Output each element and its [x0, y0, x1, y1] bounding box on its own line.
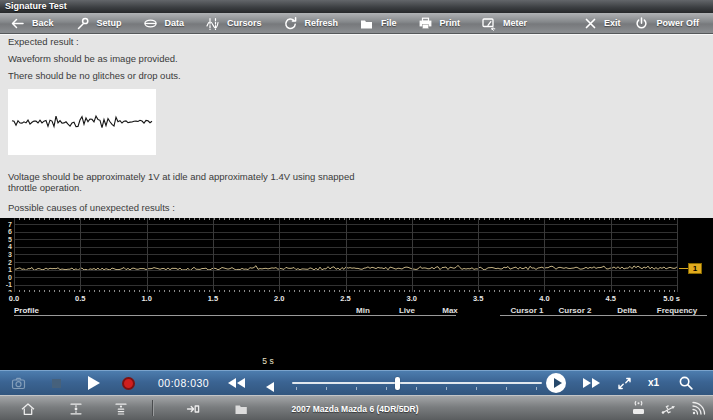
scope-y-tick-label: 6: [0, 228, 12, 235]
home-button[interactable]: [20, 401, 36, 420]
time-scale-bar: 0.00.51.01.52.02.53.03.54.04.55.0 s: [0, 292, 713, 305]
status-bar: 2007 Mazda Mazda 6 (4DR/5DR): [0, 395, 713, 420]
stop-button[interactable]: [52, 379, 61, 388]
slider-tick: [476, 387, 477, 390]
scope-y-tick-label: 2: [0, 259, 12, 266]
exit-button[interactable]: Exit: [584, 17, 621, 30]
step-back-triangle-icon: [266, 382, 274, 392]
back-button[interactable]: Back: [10, 16, 54, 31]
slider-tick: [416, 387, 417, 390]
channel-marker-line: [679, 268, 688, 269]
channel-marker[interactable]: 1: [688, 263, 702, 274]
playback-speed[interactable]: x1: [648, 377, 659, 388]
position-slider-track[interactable]: [292, 382, 542, 384]
ff-triangle-icon: [592, 378, 600, 388]
snapshot-camera-icon[interactable]: [10, 375, 27, 396]
refresh-icon: [283, 16, 298, 31]
scope-y-tick-label: 3: [0, 251, 12, 258]
back-label: Back: [32, 18, 54, 28]
rewind-triangle-icon: [237, 378, 245, 388]
header-underline-right: [500, 315, 707, 316]
cursors-button[interactable]: Cursors: [205, 16, 262, 31]
vehicle-identifier[interactable]: 2007 Mazda Mazda 6 (4DR/5DR): [255, 404, 455, 414]
cursors-label: Cursors: [227, 18, 262, 28]
connect-vehicle-button[interactable]: [185, 401, 201, 420]
time-tick-label: 4.5: [605, 294, 615, 303]
power-off-button[interactable]: Power Off: [634, 16, 699, 31]
print-button[interactable]: Print: [418, 16, 461, 31]
scope-gridline-vertical: [544, 218, 545, 292]
rewind-triangle-icon: [228, 378, 236, 388]
play-button[interactable]: [88, 376, 100, 390]
scope-y-tick-label: -1: [0, 281, 12, 288]
slider-tick: [296, 387, 297, 390]
dock-view-button[interactable]: [113, 401, 129, 420]
time-tick-label: 1.0: [141, 294, 151, 303]
scope-y-tick-label: 1: [0, 266, 12, 273]
profile-table: Profile 5 s MinLiveMaxCursor 1Cursor 2De…: [0, 305, 713, 370]
exit-label: Exit: [604, 18, 621, 28]
usb-connection-icon[interactable]: [660, 400, 677, 420]
step-back-button[interactable]: [266, 378, 274, 396]
scope-y-axis: 76543210-1-2: [0, 218, 13, 292]
expected-waveform-image: [8, 89, 156, 155]
profile-header: Profile: [14, 306, 39, 315]
refresh-button[interactable]: Refresh: [283, 16, 339, 31]
slider-tick: [386, 387, 387, 390]
scope-plot-area: [14, 218, 678, 292]
file-button[interactable]: File: [359, 16, 397, 31]
scope-gridline-vertical: [147, 218, 148, 292]
window-title-bar: Signature Test: [0, 0, 713, 13]
scope-y-tick-label: 4: [0, 243, 12, 250]
signature-test-screen: Signature Test Back Setup Data Cursors R…: [0, 0, 713, 420]
split-screen-button[interactable]: [68, 401, 84, 420]
back-arrow-icon: [10, 16, 25, 31]
scope-y-tick-label: 7: [0, 221, 12, 228]
scope-display[interactable]: 76543210-1-2 1: [0, 218, 713, 292]
data-folder-button[interactable]: [233, 401, 249, 420]
printer-icon: [418, 16, 433, 31]
close-icon: [584, 17, 597, 30]
record-button[interactable]: [122, 377, 135, 390]
fast-forward-button[interactable]: [583, 378, 600, 388]
page-title: Signature Test: [5, 1, 67, 11]
column-header-max: Max: [418, 306, 482, 315]
scope-gridline-vertical: [279, 218, 280, 292]
playback-time: 00:08:030: [158, 377, 209, 389]
expand-view-button[interactable]: [617, 376, 632, 395]
play-triangle-icon: [554, 378, 562, 388]
data-button[interactable]: Data: [143, 16, 185, 31]
time-tick-label: 5.0 s: [646, 294, 680, 303]
time-tick-label: 3.0: [407, 294, 417, 303]
scope-gridline-vertical: [14, 218, 15, 292]
voltage-note-line1: Voltage should be approximately 1V at id…: [8, 171, 354, 182]
meter-label: Meter: [503, 18, 527, 28]
wifi-signal-icon[interactable]: [690, 399, 707, 420]
resume-play-button[interactable]: [546, 373, 566, 393]
slider-tick: [536, 387, 537, 390]
scope-y-tick-label: 0: [0, 274, 12, 281]
data-label: Data: [165, 18, 185, 28]
header-underline-left: [14, 315, 456, 316]
column-header-frequency: Frequency: [645, 306, 709, 315]
slider-tick: [446, 387, 447, 390]
time-tick-label: 0.5: [75, 294, 85, 303]
position-slider-thumb[interactable]: [395, 377, 400, 390]
meter-button[interactable]: Meter: [481, 16, 527, 31]
time-tick-label: 2.5: [340, 294, 350, 303]
power-off-label: Power Off: [656, 18, 699, 28]
print-label: Print: [440, 18, 461, 28]
time-tick-label: 1.5: [208, 294, 218, 303]
expected-result-label: Expected result :: [8, 36, 79, 47]
zoom-magnifier-button[interactable]: [678, 375, 694, 395]
rewind-button[interactable]: [228, 378, 245, 388]
scope-gridline-vertical: [346, 218, 347, 292]
data-icon: [143, 16, 158, 31]
scope-gridline-vertical: [80, 218, 81, 292]
waveform-note: Waveform should be as image provided.: [8, 53, 178, 64]
setup-label: Setup: [97, 18, 122, 28]
time-tick-label: 3.5: [473, 294, 483, 303]
wireless-scanner-icon[interactable]: [630, 399, 647, 420]
setup-button[interactable]: Setup: [75, 16, 122, 31]
power-icon: [634, 16, 649, 31]
